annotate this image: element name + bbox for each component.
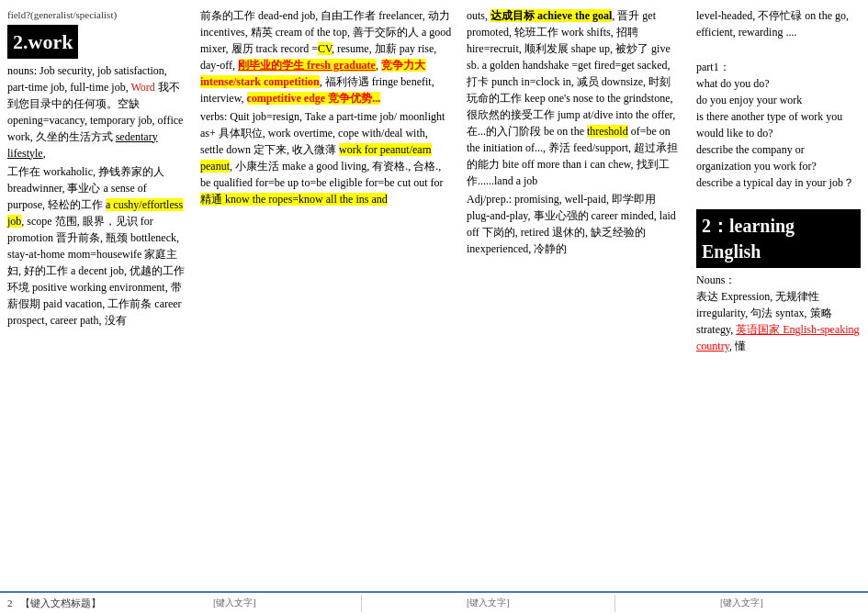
main-content: field?(generalist/specialist) 2.work nou…: [0, 0, 868, 591]
col1-para1: nouns: Job security, job satisfaction, p…: [7, 62, 186, 162]
col4-para1: level-headed, 不停忙碌 on the go, efficient,…: [696, 7, 861, 40]
col2-para1: 前条的工作 dead-end job, 自由工作者 freelancer, 动力…: [200, 7, 452, 106]
column-1: field?(generalist/specialist) 2.work nou…: [0, 4, 193, 587]
footer-field-2[interactable]: [键入文字]: [362, 595, 615, 612]
footer-field-3[interactable]: [键入文字]: [615, 595, 868, 612]
col4-para3: Nouns：表达 Expression, 无规律性 irregularity, …: [696, 272, 861, 354]
col4-para2: part1：what do you do?do you enjoy your w…: [696, 42, 861, 191]
section-title-work: 2.work: [7, 25, 78, 59]
footer-bar: 2 【键入文档标题】 [键入文字] [键入文字] [键入文字]: [0, 591, 868, 614]
column-4: level-headed, 不停忙碌 on the go, efficient,…: [689, 4, 868, 587]
col2-para2: verbs: Quit job=resign, Take a part-time…: [200, 108, 452, 207]
footer-field-1[interactable]: [键入文字]: [108, 595, 362, 612]
section-title-learning: 2：learning English: [696, 209, 861, 268]
field-text: field?(generalist/specialist): [7, 7, 186, 23]
col1-para2: 工作在 workaholic, 挣钱养家的人 breadwinner, 事业心 …: [7, 163, 186, 329]
page-container: field?(generalist/specialist) 2.work nou…: [0, 0, 868, 614]
column-2: 前条的工作 dead-end job, 自由工作者 freelancer, 动力…: [193, 4, 459, 587]
page-number: 2 【键入文档标题】: [0, 595, 108, 612]
column-3: outs, 达成目标 achieve the goal, 晋升 get prom…: [459, 4, 689, 587]
col3-para1: outs, 达成目标 achieve the goal, 晋升 get prom…: [467, 7, 682, 189]
col3-para2: Adj/prep.: promising, well-paid, 即学即用 pl…: [467, 191, 682, 257]
